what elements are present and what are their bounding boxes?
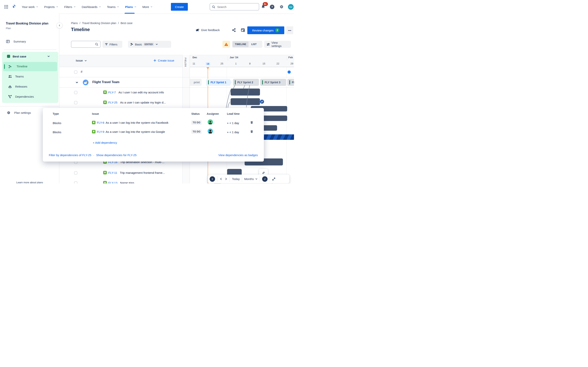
nav-item-label: Your work bbox=[22, 5, 35, 8]
notification-count-badge: 9+ bbox=[263, 2, 268, 6]
issue-summary: Trip management frontend frame... bbox=[120, 171, 165, 174]
chevron-down-icon bbox=[36, 6, 38, 8]
sidebar-divider bbox=[4, 50, 56, 50]
share-icon[interactable] bbox=[232, 28, 236, 32]
table-row-team[interactable]: Flight Travel Team bbox=[59, 77, 182, 87]
today-button[interactable]: Today bbox=[232, 177, 240, 181]
sidebar-item-teams[interactable]: Teams bbox=[8, 74, 24, 78]
calendar-add-icon[interactable] bbox=[241, 28, 245, 32]
issue-key-link[interactable]: FLY-25 bbox=[108, 101, 117, 104]
story-issue-icon bbox=[92, 130, 95, 133]
create-button[interactable]: Create bbox=[171, 3, 188, 11]
chevron-down-icon bbox=[73, 6, 76, 8]
row-checkbox[interactable] bbox=[74, 101, 78, 104]
zoom-level-dropdown[interactable]: Months bbox=[244, 177, 258, 181]
issue-key-link[interactable]: FLY-9 bbox=[97, 130, 104, 133]
filter-by-dependencies-link[interactable]: Filter by dependencies of FLY-25 bbox=[49, 153, 91, 157]
more-actions-button[interactable]: ••• bbox=[286, 26, 293, 34]
view-dependencies-as-badges-link[interactable]: View dependencies as badges bbox=[218, 153, 258, 157]
table-row-hash[interactable]: # bbox=[59, 67, 182, 77]
sidebar-item-releases[interactable]: Releases bbox=[8, 84, 27, 89]
table-row[interactable]: FLY-25 As a user I can update my login d… bbox=[59, 98, 182, 108]
sidebar-item-timeline-selected[interactable]: Timeline bbox=[3, 62, 57, 71]
review-changes-count: 2 bbox=[275, 28, 279, 33]
collapse-team-chevron-icon[interactable] bbox=[76, 81, 78, 84]
add-dependency-link[interactable]: + Add dependency bbox=[93, 141, 117, 144]
view-settings-label: View settings bbox=[271, 41, 289, 48]
assignee-avatar[interactable] bbox=[208, 129, 213, 134]
scroll-left-button[interactable] bbox=[219, 177, 223, 180]
issue-search-box[interactable] bbox=[71, 41, 101, 48]
breadcrumb: Plans / Travel Booking Division plan / B… bbox=[71, 22, 132, 25]
row-checkbox[interactable] bbox=[74, 181, 78, 184]
table-row[interactable]: FLY-7 As I user I can edit my account in… bbox=[59, 87, 182, 98]
nav-item-teams[interactable]: Teams bbox=[107, 0, 119, 14]
review-changes-button[interactable]: Review changes 2 bbox=[247, 26, 284, 34]
jira-logo-icon[interactable] bbox=[11, 4, 17, 9]
view-settings-button[interactable]: View settings bbox=[264, 41, 291, 48]
tab-timeline[interactable]: TIMELINE bbox=[233, 41, 249, 47]
breadcrumb-plans[interactable]: Plans bbox=[71, 22, 78, 25]
learn-more-link[interactable]: Learn more about plans bbox=[0, 181, 59, 184]
view-toggle: TIMELINE LIST bbox=[232, 41, 262, 48]
warning-button[interactable] bbox=[223, 41, 230, 48]
sidebar-item-summary[interactable]: Summary bbox=[6, 39, 26, 43]
view-mode-dropdown[interactable]: Basic EDITED bbox=[128, 41, 171, 48]
megaphone-icon bbox=[195, 28, 199, 32]
table-row[interactable]: FLY-11 Trip management frontend frame... bbox=[59, 168, 182, 178]
user-avatar[interactable]: CJ bbox=[288, 4, 294, 10]
global-search-input[interactable] bbox=[217, 5, 253, 9]
nav-item-plans[interactable]: Plans bbox=[125, 0, 137, 14]
help-icon[interactable]: ? bbox=[270, 5, 274, 9]
breadcrumb-scenario[interactable]: Best case bbox=[121, 22, 132, 25]
breadcrumb-plan-name[interactable]: Travel Booking Division plan bbox=[82, 22, 116, 25]
create-issue-button[interactable]: Create issue bbox=[153, 59, 174, 62]
issue-summary: As a user I can log into the system via … bbox=[106, 130, 165, 133]
page-title: Timeline bbox=[71, 27, 90, 32]
issue-key-link[interactable]: FLY-7 bbox=[108, 91, 116, 94]
nav-item-dashboards[interactable]: Dashboards bbox=[82, 0, 101, 14]
chevron-right-icon bbox=[211, 178, 214, 180]
nav-menu: Your work Projects Filters Dashboards Te… bbox=[22, 0, 153, 14]
edited-badge: EDITED bbox=[144, 43, 154, 46]
controls-divider bbox=[230, 176, 230, 182]
expand-panel-button[interactable] bbox=[210, 176, 215, 182]
nav-item-more[interactable]: More bbox=[142, 0, 153, 14]
issue-key-link[interactable]: FLY-11 bbox=[108, 171, 117, 174]
fullscreen-button[interactable] bbox=[272, 177, 276, 181]
plan-type-label: Plan bbox=[6, 27, 11, 30]
global-search[interactable] bbox=[210, 3, 259, 10]
show-dependencies-link[interactable]: Show dependencies for FLY-25 bbox=[96, 153, 137, 157]
issue-key-link[interactable]: FLY-13 bbox=[108, 181, 117, 184]
row-checkbox[interactable] bbox=[74, 171, 78, 175]
row-checkbox[interactable] bbox=[74, 91, 78, 94]
give-feedback-button[interactable]: Give feedback bbox=[195, 28, 220, 32]
popup-col-issue: Issue bbox=[92, 112, 99, 115]
settings-gear-icon[interactable] bbox=[279, 4, 284, 9]
nav-item-filters[interactable]: Filters bbox=[64, 0, 76, 14]
sidebar-item-dependencies[interactable]: Dependencies bbox=[8, 95, 34, 99]
app-switcher-icon[interactable] bbox=[4, 4, 9, 9]
active-indicator bbox=[4, 64, 5, 69]
delete-dependency-icon[interactable] bbox=[250, 130, 253, 133]
dependency-issue: FLY-9 As a user I can log into the syste… bbox=[92, 130, 165, 133]
scenario-header[interactable]: Best case bbox=[7, 55, 53, 58]
issue-column-header[interactable]: Issue bbox=[76, 59, 87, 62]
delete-dependency-icon[interactable] bbox=[250, 121, 253, 124]
chevron-down-icon[interactable] bbox=[47, 55, 50, 58]
tab-list[interactable]: LIST bbox=[249, 41, 259, 47]
filters-button[interactable]: Filters bbox=[103, 41, 122, 48]
nav-item-your-work[interactable]: Your work bbox=[22, 0, 38, 14]
dependency-type: Blocks bbox=[53, 121, 61, 125]
scroll-right-button[interactable] bbox=[225, 177, 227, 180]
issue-key-link[interactable]: FLY-6 bbox=[97, 121, 104, 124]
sidebar-collapse-button[interactable] bbox=[57, 23, 62, 28]
dependency-link-badge[interactable] bbox=[260, 100, 264, 104]
table-row[interactable]: FLY-13 Name trips bbox=[59, 178, 182, 184]
row-checkbox[interactable] bbox=[74, 70, 78, 74]
lead-time: + < 1 day bbox=[227, 131, 239, 134]
nav-item-projects[interactable]: Projects bbox=[44, 0, 58, 14]
plan-settings-item[interactable]: Plan settings bbox=[7, 111, 31, 115]
info-button[interactable]: i bbox=[262, 176, 268, 182]
assignee-avatar[interactable] bbox=[208, 119, 213, 125]
